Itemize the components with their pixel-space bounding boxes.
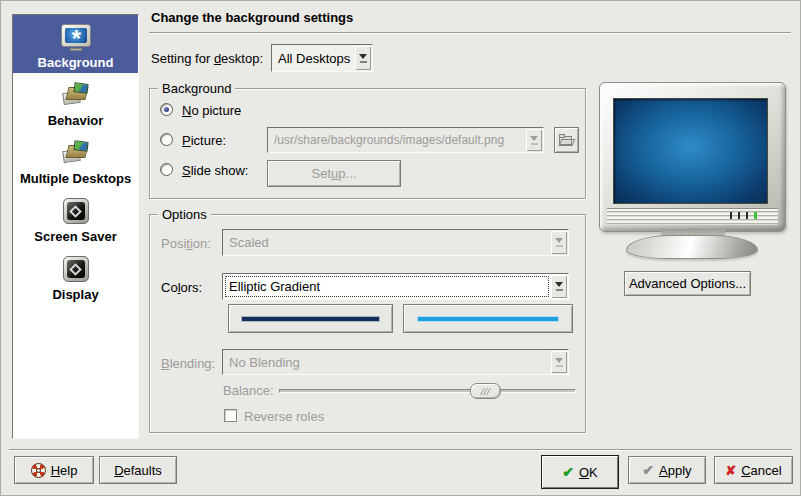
combo-arrow-icon	[551, 351, 567, 373]
color1-swatch	[241, 316, 380, 322]
module-sidebar: * Background Behavior Multiple Desktops …	[12, 14, 139, 439]
combo-arrow-icon[interactable]	[355, 46, 371, 70]
sidebar-item-label: Background	[38, 55, 114, 70]
apply-check-icon: ✔	[642, 463, 654, 477]
balance-slider-handle	[470, 383, 501, 399]
setting-for-desktop-label: Setting for desktop:	[151, 51, 263, 66]
sidebar-item-display[interactable]: Display	[13, 247, 138, 305]
blending-combobox: No Blending	[222, 349, 569, 375]
color2-button[interactable]	[403, 304, 573, 333]
picture-path-combobox: /usr/share/backgrounds/images/default.pn…	[267, 127, 544, 153]
combo-arrow-icon[interactable]	[551, 275, 567, 298]
defaults-label: Defaults	[114, 463, 162, 478]
help-label: Help	[51, 463, 78, 478]
help-lifebuoy-icon	[31, 463, 46, 478]
blending-label: Blending:	[161, 356, 215, 371]
sidebar-item-screen-saver[interactable]: Screen Saver	[13, 189, 138, 247]
color1-button[interactable]	[228, 304, 393, 333]
kcontrol-background-dialog: * Background Behavior Multiple Desktops …	[0, 0, 801, 496]
folder-button	[554, 127, 579, 153]
folder-icon	[559, 134, 575, 146]
advanced-options-button[interactable]: Advanced Options...	[624, 271, 751, 296]
sidebar-item-multiple-desktops[interactable]: Multiple Desktops	[13, 131, 138, 189]
page-title: Change the background settings	[151, 10, 353, 25]
position-combobox: Scaled	[222, 229, 569, 256]
cancel-x-icon: ✘	[725, 464, 736, 477]
colors-label: Colors:	[161, 280, 202, 295]
picture-label: Picture:	[182, 133, 226, 148]
advanced-options-label: Advanced Options...	[629, 276, 746, 291]
reverse-roles-label: Reverse roles	[244, 409, 324, 424]
position-label: Position:	[161, 236, 211, 251]
sidebar-item-label: Behavior	[48, 113, 104, 128]
balance-slider	[279, 389, 576, 393]
combo-arrow-icon	[526, 129, 542, 151]
combo-arrow-icon	[551, 231, 567, 254]
slideshow-radio[interactable]	[160, 163, 173, 176]
blending-combobox-value: No Blending	[223, 355, 550, 370]
desktop-combobox[interactable]: All Desktops	[271, 44, 373, 72]
background-monitor-icon: *	[60, 21, 92, 53]
balance-label: Balance:	[223, 383, 274, 398]
colors-combobox-value: Elliptic Gradient	[223, 279, 550, 294]
help-button[interactable]: Help	[14, 456, 94, 484]
sidebar-item-behavior[interactable]: Behavior	[13, 73, 138, 131]
background-group-title: Background	[158, 81, 235, 96]
sidebar-item-background[interactable]: * Background	[13, 15, 138, 73]
picture-path-value: /usr/share/backgrounds/images/default.pn…	[268, 133, 525, 147]
slideshow-label: Slide show:	[182, 163, 248, 178]
no-picture-label: No picture	[182, 103, 241, 118]
setup-button: Setup...	[267, 160, 401, 187]
sidebar-item-label: Multiple Desktops	[20, 171, 131, 186]
monitor-screen	[613, 98, 768, 204]
cancel-label: Cancel	[741, 463, 781, 478]
sidebar-item-label: Screen Saver	[34, 229, 116, 244]
dark-screen-icon	[60, 253, 92, 285]
options-group-title: Options	[158, 207, 211, 222]
monitor-preview	[599, 82, 786, 260]
position-combobox-value: Scaled	[223, 235, 550, 250]
monitor-led-lights	[730, 212, 757, 219]
defaults-button[interactable]: Defaults	[99, 456, 177, 484]
footer-separator	[9, 449, 792, 451]
power-led	[754, 212, 757, 219]
sidebar-item-label: Display	[52, 287, 98, 302]
colors-combobox[interactable]: Elliptic Gradient	[222, 273, 569, 300]
desktop-layers-icon	[60, 79, 92, 111]
no-picture-radio[interactable]	[160, 103, 173, 116]
monitor-stand-base	[626, 235, 758, 259]
cancel-button[interactable]: ✘ Cancel	[714, 456, 793, 484]
apply-button[interactable]: ✔ Apply	[628, 456, 706, 484]
picture-radio[interactable]	[160, 133, 173, 146]
header-separator	[149, 32, 791, 34]
ok-button[interactable]: ✔ OK	[541, 455, 619, 489]
desktop-combobox-value: All Desktops	[272, 51, 354, 66]
ok-check-icon: ✔	[562, 465, 574, 479]
ok-label: OK	[579, 465, 598, 480]
apply-label: Apply	[659, 463, 692, 478]
desktop-layers-icon	[60, 137, 92, 169]
dark-screen-icon	[60, 195, 92, 227]
color2-swatch	[417, 316, 560, 322]
reverse-roles-checkbox	[224, 409, 237, 422]
